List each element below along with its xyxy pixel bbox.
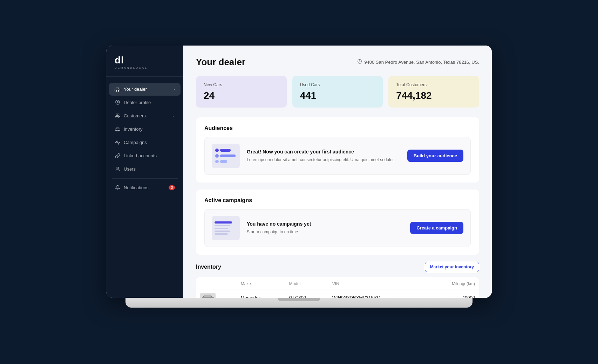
campaign-text: You have no campaigns yet Start a campai… [247, 221, 403, 235]
table-row: Mercedes GLC300 WIN0G8DBXMV315511 40000 [196, 289, 479, 298]
col-model: Model [285, 279, 328, 289]
sidebar-item-dealer-profile[interactable]: Dealer profile [109, 96, 181, 109]
sidebar-item-label: Campaigns [124, 140, 147, 145]
sidebar-item-label: Dealer profile [124, 100, 151, 105]
sidebar-item-campaigns[interactable]: Campaigns [109, 136, 181, 149]
camp-line [215, 228, 228, 229]
chevron-down-icon: ⌄ [172, 114, 175, 118]
sidebar: dl DEMANDLOCAL Your dealer › [106, 46, 183, 298]
link-icon [115, 153, 120, 159]
bell-icon [115, 185, 120, 191]
table-header-row: Make Model VIN Mileage(km) [196, 279, 479, 289]
camp-bar [215, 221, 232, 224]
user-icon [115, 166, 120, 172]
sidebar-item-notifications[interactable]: Notifications 3 [109, 181, 181, 194]
address-row: 9400 San Pedro Avenue, San Antonio, Texa… [357, 59, 479, 65]
campaigns-section-title: Active campaigns [204, 197, 471, 204]
page-header: Your dealer 9400 San Pedro Avenue, San A… [196, 57, 479, 68]
car-thumbnail-cell [196, 289, 237, 298]
inventory-table: Make Model VIN Mileage(km) [196, 279, 479, 298]
campaign-illustration [212, 216, 240, 240]
audiences-section: Audiences [196, 117, 479, 183]
col-vin: VIN [328, 279, 426, 289]
logo-area: dl DEMANDLOCAL [106, 46, 183, 77]
car-icon [115, 87, 120, 92]
stat-label: Total Customers [396, 82, 471, 87]
aud-bar [220, 154, 236, 157]
logo-letters: dl [115, 55, 175, 65]
laptop-screen: dl DEMANDLOCAL Your dealer › [106, 46, 492, 298]
sidebar-item-your-dealer[interactable]: Your dealer › [109, 83, 181, 96]
sidebar-item-label: Customers [124, 113, 146, 118]
chevron-down-icon: ⌄ [172, 127, 175, 131]
aud-bar [220, 160, 227, 163]
make-cell: Mercedes [237, 289, 285, 298]
stat-card-new-cars: New Cars 24 [196, 76, 287, 108]
aud-dot [215, 154, 219, 158]
campaign-heading: You have no campaigns yet [247, 221, 403, 227]
sidebar-item-label: Inventory [124, 126, 142, 132]
stats-row: New Cars 24 Used Cars 441 Total Customer… [196, 76, 479, 108]
col-make-label: Make [237, 279, 285, 289]
svg-point-3 [117, 101, 118, 103]
users-icon [115, 113, 120, 119]
sidebar-item-label: Your dealer [124, 87, 147, 92]
sidebar-item-label: Users [124, 166, 136, 172]
audience-illustration [212, 144, 240, 168]
sidebar-item-customers[interactable]: Customers ⌄ [109, 110, 181, 122]
aud-bar [220, 149, 231, 152]
page-title: Your dealer [196, 57, 245, 68]
sidebar-item-inventory[interactable]: Inventory ⌄ [109, 123, 181, 136]
svg-point-9 [359, 61, 361, 62]
inventory-header: Inventory Market your inventory [196, 262, 479, 272]
col-make [196, 279, 237, 289]
vin-cell: WIN0G8DBXMV315511 [328, 289, 426, 298]
col-mileage: Mileage(km) [426, 279, 479, 289]
audience-card: Great! Now you can create your first aud… [204, 137, 471, 175]
market-inventory-button[interactable]: Market your inventory [425, 262, 479, 272]
car-thumb [200, 293, 216, 298]
map-pin-icon [357, 59, 362, 65]
campaign-subtext: Start a campaign in no time [247, 229, 403, 235]
camp-line [215, 225, 230, 226]
inventory-car-icon [115, 126, 120, 132]
stat-label: Used Cars [300, 82, 375, 87]
laptop-notch [278, 298, 320, 301]
build-audience-button[interactable]: Build your audience [407, 150, 463, 162]
stat-label: New Cars [204, 82, 279, 87]
aud-dot [215, 149, 219, 152]
inventory-title: Inventory [196, 264, 221, 270]
model-cell: GLC300 [285, 289, 328, 298]
sidebar-item-label: Linked accounts [124, 153, 157, 158]
inventory-section: Inventory Market your inventory Make Mod… [196, 262, 479, 298]
mileage-cell: 40000 [426, 289, 479, 298]
camp-line [215, 231, 230, 232]
sidebar-item-label: Notifications [124, 185, 149, 190]
sidebar-item-users[interactable]: Users [109, 163, 181, 176]
location-icon [115, 100, 120, 105]
chevron-right-icon: › [174, 87, 175, 91]
audiences-section-title: Audiences [204, 125, 471, 131]
campaigns-icon [115, 140, 120, 145]
campaign-card: You have no campaigns yet Start a campai… [204, 209, 471, 247]
laptop-wrapper: dl DEMANDLOCAL Your dealer › [106, 46, 492, 319]
stat-value: 441 [300, 90, 375, 101]
address-text: 9400 San Pedro Avenue, San Antonio, Texa… [364, 60, 479, 65]
aud-dot [215, 160, 219, 163]
nav-divider [112, 178, 178, 179]
audience-text: Great! Now you can create your first aud… [247, 149, 400, 163]
sidebar-item-linked-accounts[interactable]: Linked accounts [109, 150, 181, 162]
create-campaign-button[interactable]: Create a campaign [410, 222, 463, 234]
svg-point-8 [117, 167, 118, 169]
svg-point-4 [116, 114, 118, 116]
notification-badge: 3 [169, 185, 175, 190]
stat-card-total-customers: Total Customers 744,182 [388, 76, 479, 108]
laptop-base [125, 298, 473, 308]
audience-heading: Great! Now you can create your first aud… [247, 149, 400, 154]
audience-desc: Lorem ipsum dolor sit amet, consectetur … [247, 157, 400, 163]
camp-line [215, 233, 228, 235]
campaigns-section: Active campaigns You have no campaigns y… [196, 190, 479, 255]
stat-card-used-cars: Used Cars 441 [292, 76, 383, 108]
sidebar-nav: Your dealer › Dealer profile [106, 77, 183, 298]
main-content: Your dealer 9400 San Pedro Avenue, San A… [183, 46, 492, 298]
